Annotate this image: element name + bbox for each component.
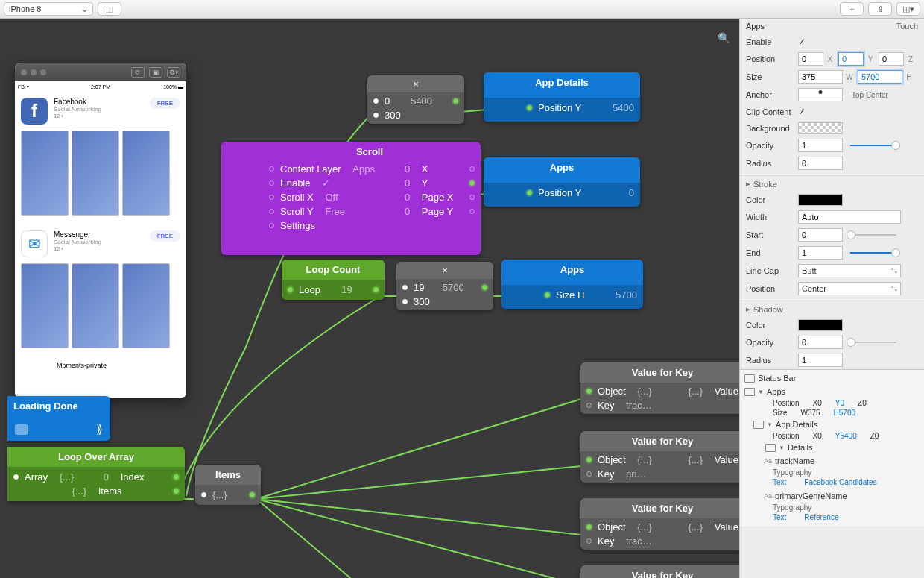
node-math-1[interactable]: × 05400 300	[367, 75, 464, 124]
messenger-icon: ✉	[21, 230, 48, 257]
shadow-opacity-input[interactable]	[798, 336, 843, 349]
layer-trackname[interactable]: AatrackName	[740, 454, 924, 468]
shadow-color-swatch[interactable]	[798, 319, 843, 331]
radius-input[interactable]	[798, 157, 843, 170]
app-card-facebook: f Facebook Social Networking 12+ FREE	[15, 92, 186, 131]
device-selector[interactable]: iPhone 8	[4, 2, 93, 16]
layer-status-bar[interactable]: Status Bar	[740, 371, 924, 385]
text-link[interactable]: Text	[773, 478, 786, 486]
node-math-2[interactable]: × 195700 300	[396, 262, 493, 310]
layer-details[interactable]: ▼Details	[740, 441, 924, 454]
position-x-input[interactable]	[798, 52, 823, 66]
node-app-details[interactable]: App Details Position Y5400	[484, 72, 640, 122]
node-loop-over-array[interactable]: Loop Over Array Array {...} 0 Index {...…	[7, 447, 185, 501]
stroke-position-select[interactable]: Center	[798, 282, 901, 295]
node-scroll[interactable]: Scroll Content Layer Apps Enable ✓ Scrol…	[221, 142, 481, 255]
search-icon[interactable]: 🔍	[718, 32, 730, 44]
screenshots-row	[15, 131, 186, 224]
inspector-panel: Apps Touch Enable✓ Position X Y Z Size W…	[739, 19, 924, 578]
bg-swatch[interactable]	[798, 122, 843, 134]
shadow-opacity-slider[interactable]	[850, 342, 896, 343]
preview-window: ⟳ ▣ ⚙▾ FB ᯤ 2:07 PM 100% ▬ f Facebook So…	[15, 63, 186, 398]
node-loading-done[interactable]: Loading Done ⟫	[7, 396, 110, 441]
anchor-picker[interactable]	[798, 88, 843, 101]
clip-checkbox[interactable]: ✓	[798, 107, 806, 117]
layer-app-details[interactable]: ▼App Details	[740, 418, 924, 431]
node-loop-count[interactable]: Loop Count Loop19	[282, 260, 385, 300]
touch-tab[interactable]: Touch	[896, 22, 918, 31]
app-card-messenger: ✉ Messenger Social Networking 12+ FREE	[15, 224, 186, 263]
stroke-section[interactable]: ▸Stroke	[740, 175, 924, 192]
app-name: Facebook	[54, 98, 144, 106]
stroke-end-input[interactable]	[798, 246, 843, 260]
stroke-color-swatch[interactable]	[798, 194, 843, 206]
wireless-icon: ⟫	[96, 422, 103, 436]
toggle[interactable]	[15, 424, 28, 435]
reference-link[interactable]: Reference	[804, 513, 838, 521]
close-icon[interactable]: ×	[442, 265, 448, 276]
stroke-width-input[interactable]	[798, 210, 901, 224]
position-z-input[interactable]	[879, 52, 904, 66]
preview-titlebar: ⟳ ▣ ⚙▾	[15, 63, 186, 81]
enable-checkbox[interactable]: ✓	[798, 37, 806, 47]
stroke-start-slider[interactable]	[850, 234, 896, 236]
close-icon[interactable]: ×	[413, 78, 419, 89]
free-button[interactable]: FREE	[150, 98, 180, 109]
add-button[interactable]: ＋	[840, 2, 864, 16]
layer-genre[interactable]: AaprimaryGenreName	[740, 489, 924, 503]
linecap-select[interactable]: Butt	[798, 264, 901, 277]
node-apps-2[interactable]: Apps Size H5700	[501, 260, 643, 309]
node-value-for-key-4[interactable]: Value for Key	[580, 565, 739, 578]
node-value-for-key-1[interactable]: Value for Key Object {...}{...} Value Ke…	[580, 362, 739, 414]
shadow-radius-input[interactable]	[798, 354, 843, 367]
size-h-input[interactable]	[858, 70, 902, 84]
layout-button[interactable]: ◫	[98, 2, 121, 16]
facebook-icon: f	[21, 98, 48, 125]
preview-camera-icon[interactable]: ▣	[149, 67, 162, 78]
inspector-title: Apps	[746, 22, 765, 31]
preview-gear-icon[interactable]: ⚙▾	[167, 67, 180, 78]
node-value-for-key-3[interactable]: Value for Key Object {...}{...} Value Ke…	[580, 498, 739, 550]
node-value-for-key-2[interactable]: Value for Key Object {...}{...} Value Ke…	[580, 431, 739, 483]
opacity-input[interactable]	[798, 139, 843, 152]
node-items[interactable]: Items {...}	[195, 465, 261, 505]
candidates-link[interactable]: Facebook Candidates	[804, 478, 876, 486]
status-bar: FB ᯤ 2:07 PM 100% ▬	[15, 81, 186, 92]
shadow-section[interactable]: ▸Shadow	[740, 301, 924, 317]
view-button[interactable]: ◫▾	[896, 2, 920, 16]
preview-reload-icon[interactable]: ⟳	[131, 67, 145, 78]
share-button[interactable]: ⇪	[868, 2, 892, 16]
text-link[interactable]: Text	[773, 513, 786, 521]
node-apps-1[interactable]: Apps Position Y0	[484, 157, 640, 207]
size-w-input[interactable]	[798, 70, 843, 84]
layer-apps[interactable]: ▼Apps	[740, 385, 924, 398]
top-toolbar: iPhone 8 ◫ ＋ ⇪ ◫▾	[0, 0, 924, 19]
canvas[interactable]: 🔍 ⟳ ▣ ⚙▾ FB ᯤ 2:07 PM 100% ▬	[0, 19, 739, 578]
moments-label: Moments-private	[15, 357, 186, 369]
layers-panel: Status Bar ▼Apps PositionX0Y0Z0 SizeW375…	[740, 369, 924, 526]
screenshots-row	[15, 263, 186, 357]
opacity-slider[interactable]	[850, 145, 896, 146]
stroke-end-slider[interactable]	[850, 252, 896, 254]
free-button[interactable]: FREE	[150, 230, 180, 242]
stroke-start-input[interactable]	[798, 228, 843, 242]
position-y-input[interactable]	[838, 52, 864, 66]
